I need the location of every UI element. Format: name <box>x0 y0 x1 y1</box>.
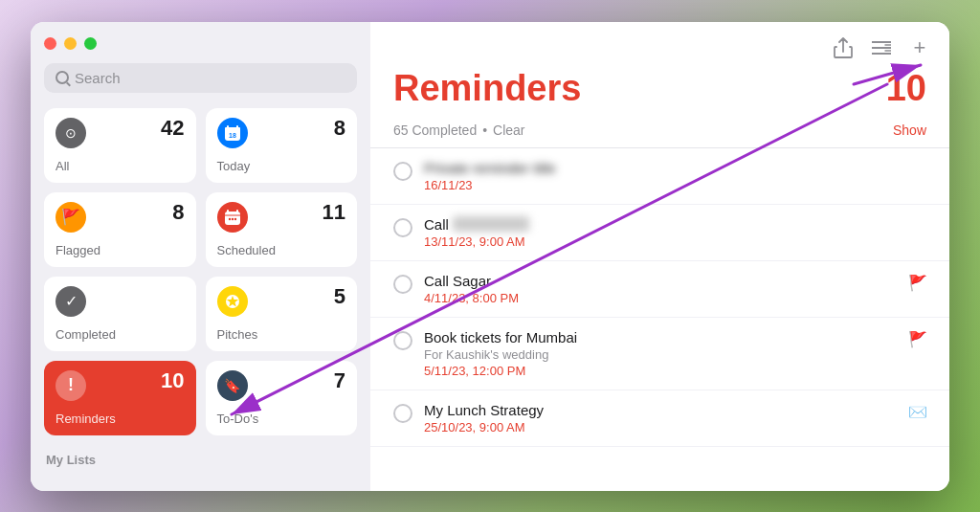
reminders-list: Private reminder title 16/11/23 Call 13/… <box>370 148 949 491</box>
svg-text:18: 18 <box>229 132 236 139</box>
svg-rect-8 <box>236 210 238 213</box>
reminder-title: Book tickets for Mumbai <box>424 329 898 345</box>
svg-rect-4 <box>236 125 238 129</box>
scheduled-icon <box>217 202 248 233</box>
todos-label: To-Do's <box>217 412 346 426</box>
reminder-title: My Lunch Strategy <box>424 402 898 418</box>
todos-count: 7 <box>334 370 345 391</box>
completed-label: Completed <box>56 327 185 342</box>
reminder-title: Call Sagar <box>424 273 898 289</box>
flagged-count: 8 <box>172 202 184 223</box>
svg-point-11 <box>234 217 235 219</box>
reminder-title: Call <box>424 216 926 233</box>
list-item: Book tickets for Mumbai For Kaushik's we… <box>370 318 949 390</box>
svg-rect-3 <box>227 125 229 129</box>
all-count: 42 <box>161 118 184 139</box>
search-bar[interactable]: Search <box>44 63 357 93</box>
reminders-icon: ! <box>56 370 86 401</box>
sidebar: Search ⊙ 42 All <box>31 22 370 491</box>
main-content: + Reminders 10 65 Completed • Clear Show… <box>370 22 949 491</box>
completed-bar: 65 Completed • Clear Show <box>370 117 949 148</box>
reminder-date: 5/11/23, 12:00 PM <box>424 364 898 378</box>
list-item: Call Sagar 4/11/23, 8:00 PM 🚩 <box>370 261 949 318</box>
flag-icon: 🚩 <box>909 331 926 348</box>
my-lists-label: My Lists <box>44 445 357 467</box>
main-toolbar: + <box>370 22 949 68</box>
reminder-checkbox[interactable] <box>393 331 412 350</box>
reminder-date: 16/11/23 <box>424 178 926 192</box>
dot-separator: • <box>482 122 487 138</box>
sidebar-item-flagged[interactable]: 🚩 8 Flagged <box>44 192 196 267</box>
reminder-date: 25/10/23, 9:00 AM <box>424 420 898 434</box>
flagged-icon: 🚩 <box>56 202 86 233</box>
reminder-checkbox[interactable] <box>393 162 412 181</box>
list-icon[interactable] <box>869 35 894 60</box>
svg-point-9 <box>228 217 230 219</box>
reminder-subtitle: For Kaushik's wedding <box>424 347 898 362</box>
reminder-checkbox[interactable] <box>393 218 412 237</box>
todos-icon: 🔖 <box>217 370 248 401</box>
scheduled-label: Scheduled <box>217 243 346 257</box>
reminder-checkbox[interactable] <box>393 275 412 294</box>
main-count: 10 <box>886 68 926 109</box>
completed-count-text: 65 Completed <box>393 122 477 138</box>
share-icon[interactable] <box>831 35 856 60</box>
mail-icon: ✉️ <box>909 404 926 421</box>
pitches-label: Pitches <box>217 327 346 342</box>
sidebar-item-completed[interactable]: ✓ Completed <box>44 277 196 351</box>
scheduled-count: 11 <box>323 202 345 223</box>
today-count: 8 <box>334 118 345 139</box>
reminders-count: 10 <box>161 370 184 391</box>
pitches-icon <box>217 286 248 317</box>
sidebar-item-todos[interactable]: 🔖 7 To-Do's <box>206 361 358 435</box>
sidebar-item-scheduled[interactable]: 11 Scheduled <box>206 192 358 267</box>
reminder-content: My Lunch Strategy 25/10/23, 9:00 AM <box>424 402 898 434</box>
reminders-label: Reminders <box>56 412 185 426</box>
sidebar-item-reminders[interactable]: ! 10 Reminders <box>44 361 196 435</box>
svg-point-10 <box>231 217 233 219</box>
sidebar-item-today[interactable]: 18 8 Today <box>206 108 358 183</box>
cards-grid: ⊙ 42 All 18 <box>44 108 357 435</box>
today-icon: 18 <box>217 118 248 148</box>
minimize-button[interactable] <box>64 37 77 50</box>
svg-rect-7 <box>227 210 229 213</box>
list-item: My Lunch Strategy 25/10/23, 9:00 AM ✉️ <box>370 390 949 447</box>
sidebar-item-all[interactable]: ⊙ 42 All <box>44 108 196 183</box>
reminder-date: 13/11/23, 9:00 AM <box>424 234 926 249</box>
main-header: Reminders 10 <box>370 68 949 117</box>
traffic-lights <box>44 37 357 50</box>
reminder-content: Book tickets for Mumbai For Kaushik's we… <box>424 329 898 378</box>
reminder-checkbox[interactable] <box>393 404 412 423</box>
close-button[interactable] <box>44 37 56 50</box>
main-title: Reminders <box>393 68 581 109</box>
search-input-placeholder: Search <box>75 70 121 86</box>
all-icon: ⊙ <box>56 118 86 148</box>
pitches-count: 5 <box>334 286 345 307</box>
flag-icon: 🚩 <box>909 275 926 292</box>
flagged-label: Flagged <box>56 243 185 257</box>
add-icon[interactable]: + <box>907 35 932 60</box>
reminder-content: Call 13/11/23, 9:00 AM <box>424 216 926 249</box>
reminder-title: Private reminder title <box>424 160 926 176</box>
all-label: All <box>56 159 185 173</box>
show-button[interactable]: Show <box>893 122 926 138</box>
sidebar-item-pitches[interactable]: 5 Pitches <box>206 277 358 351</box>
today-label: Today <box>217 159 346 173</box>
list-item: Private reminder title 16/11/23 <box>370 148 949 205</box>
clear-button[interactable]: Clear <box>493 122 524 138</box>
completed-icon: ✓ <box>56 286 86 317</box>
reminder-date: 4/11/23, 8:00 PM <box>424 291 898 305</box>
search-icon <box>56 71 69 84</box>
reminder-content: Private reminder title 16/11/23 <box>424 160 926 192</box>
list-item: Call 13/11/23, 9:00 AM <box>370 205 949 261</box>
fullscreen-button[interactable] <box>84 37 97 50</box>
reminder-content: Call Sagar 4/11/23, 8:00 PM <box>424 273 898 305</box>
